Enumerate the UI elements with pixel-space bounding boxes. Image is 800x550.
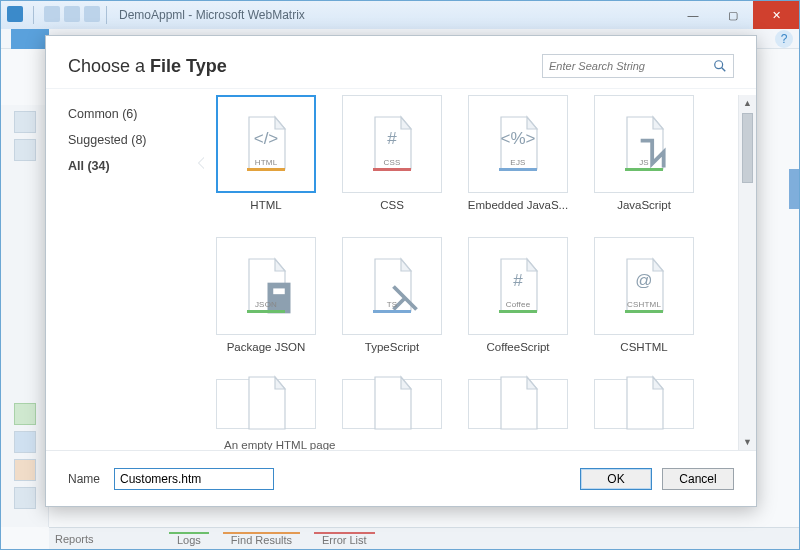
- qat-save-icon[interactable]: [44, 6, 60, 22]
- maximize-button[interactable]: ▢: [713, 1, 753, 29]
- template-tile-label: JavaScript: [592, 199, 696, 211]
- template-tile[interactable]: #CSSCSS: [340, 95, 444, 211]
- app-window: DemoAppml - Microsoft WebMatrix — ▢ ✕ ? …: [0, 0, 800, 550]
- scroll-thumb[interactable]: [742, 113, 753, 183]
- status-tab-find[interactable]: Find Results: [223, 532, 300, 546]
- scroll-down-icon[interactable]: ▼: [739, 434, 756, 450]
- ribbon-tab-file[interactable]: [11, 29, 49, 49]
- category-list: Common (6)Suggested (8)All (34): [46, 95, 204, 450]
- window-controls: — ▢ ✕: [673, 1, 799, 29]
- template-tile-label: CSHTML: [592, 341, 696, 353]
- app-icon: [7, 6, 23, 22]
- cancel-button[interactable]: Cancel: [662, 468, 734, 490]
- template-tile-label: TypeScript: [340, 341, 444, 353]
- nav-item[interactable]: [14, 111, 36, 133]
- nav-item[interactable]: [14, 139, 36, 161]
- svg-line-1: [722, 68, 726, 72]
- status-bar: Reports Logs Find Results Error List: [49, 527, 799, 549]
- minimize-button[interactable]: —: [673, 1, 713, 29]
- separator: [106, 6, 107, 24]
- template-tile-label: CSS: [340, 199, 444, 211]
- title-bar: DemoAppml - Microsoft WebMatrix — ▢ ✕: [1, 1, 799, 29]
- template-tile[interactable]: [466, 379, 570, 429]
- nav-item[interactable]: [14, 431, 36, 453]
- svg-rect-3: [273, 288, 285, 294]
- svg-point-0: [715, 61, 723, 69]
- template-tile[interactable]: JSJavaScript: [592, 95, 696, 211]
- status-tab-logs[interactable]: Logs: [169, 532, 209, 546]
- dialog-footer: Name OK Cancel: [46, 450, 756, 506]
- template-tile[interactable]: [340, 379, 444, 429]
- qat-redo-icon[interactable]: [84, 6, 100, 22]
- category-item[interactable]: Suggested (8): [68, 127, 204, 153]
- dialog-title: Choose a File Type: [68, 56, 227, 77]
- status-reports[interactable]: Reports: [55, 533, 155, 545]
- new-file-dialog: Choose a File Type Common (6)Suggested (…: [45, 35, 757, 507]
- nav-item[interactable]: [14, 487, 36, 509]
- footer-buttons: OK Cancel: [580, 468, 734, 490]
- template-gallery: </>HTMLHTML#CSSCSS<%>EJSEmbedded JavaS..…: [204, 95, 738, 450]
- category-item[interactable]: All (34): [68, 153, 204, 179]
- template-tile[interactable]: </>HTMLHTML: [214, 95, 318, 211]
- nav-item[interactable]: [14, 459, 36, 481]
- template-tile[interactable]: TSTypeScript: [340, 237, 444, 353]
- dialog-header: Choose a File Type: [46, 36, 756, 88]
- dialog-title-prefix: Choose a: [68, 56, 150, 76]
- template-tile-label: HTML: [214, 199, 318, 211]
- ok-button[interactable]: OK: [580, 468, 652, 490]
- category-item[interactable]: Common (6): [68, 101, 204, 127]
- template-tile-label: Embedded JavaS...: [466, 199, 570, 211]
- search-input[interactable]: [549, 60, 713, 72]
- template-tile-label: CoffeeScript: [466, 341, 570, 353]
- template-tile[interactable]: [592, 379, 696, 429]
- name-label: Name: [68, 472, 100, 486]
- template-tile[interactable]: #CoffeeCoffeeScript: [466, 237, 570, 353]
- help-icon[interactable]: ?: [775, 30, 793, 48]
- gallery-wrap: </>HTMLHTML#CSSCSS<%>EJSEmbedded JavaS..…: [204, 95, 756, 450]
- close-button[interactable]: ✕: [753, 1, 799, 29]
- scrollbar-vertical[interactable]: ▲ ▼: [738, 95, 756, 450]
- template-tile[interactable]: JSONPackage JSON: [214, 237, 318, 353]
- qat-undo-icon[interactable]: [64, 6, 80, 22]
- right-gutter: [789, 169, 799, 209]
- scroll-up-icon[interactable]: ▲: [739, 95, 756, 111]
- window-title: DemoAppml - Microsoft WebMatrix: [113, 8, 673, 22]
- left-nav-rail: [1, 105, 49, 527]
- nav-item[interactable]: [14, 403, 36, 425]
- template-grid-cutoff: [214, 379, 734, 429]
- template-tile[interactable]: [214, 379, 318, 429]
- dialog-title-bold: File Type: [150, 56, 227, 76]
- filename-input[interactable]: [114, 468, 274, 490]
- dialog-body: Common (6)Suggested (8)All (34) </>HTMLH…: [46, 88, 756, 450]
- separator: [33, 6, 34, 24]
- template-tile-label: Package JSON: [214, 341, 318, 353]
- search-icon[interactable]: [713, 59, 727, 73]
- template-tile[interactable]: @CSHTMLCSHTML: [592, 237, 696, 353]
- quick-access-toolbar: [1, 6, 100, 24]
- template-tile[interactable]: <%>EJSEmbedded JavaS...: [466, 95, 570, 211]
- template-grid: </>HTMLHTML#CSSCSS<%>EJSEmbedded JavaS..…: [214, 95, 734, 353]
- search-box[interactable]: [542, 54, 734, 78]
- status-tab-errors[interactable]: Error List: [314, 532, 375, 546]
